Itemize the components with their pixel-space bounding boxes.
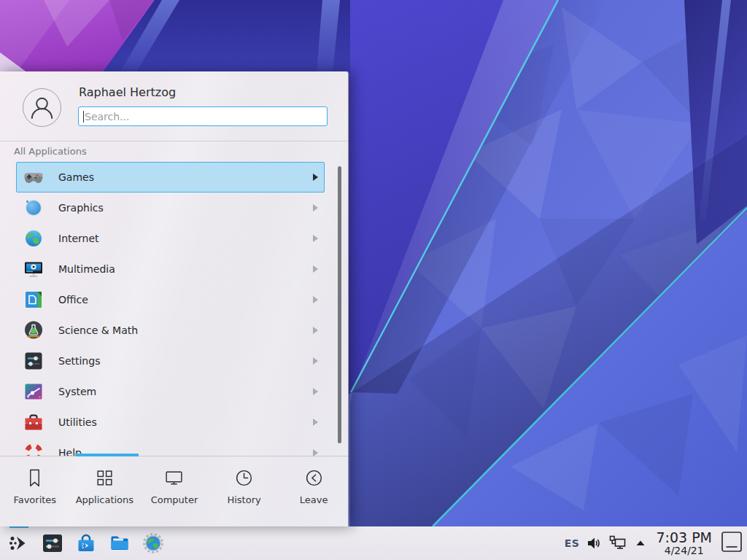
section-label: All Applications xyxy=(14,146,87,157)
footer-tab-bar: Favorites Applications xyxy=(0,456,349,526)
header-divider xyxy=(0,141,348,141)
category-row-help[interactable]: Help xyxy=(16,438,325,456)
tab-label: Favorites xyxy=(13,494,56,505)
category-label: Science & Math xyxy=(58,324,138,336)
category-row-utilities[interactable]: Utilities xyxy=(16,407,325,438)
category-row-settings[interactable]: Settings xyxy=(16,346,325,376)
category-label: Internet xyxy=(58,233,99,244)
settings-app-icon xyxy=(41,532,64,555)
toolbox-icon xyxy=(23,412,44,432)
category-row-science-math[interactable]: Science & Math xyxy=(16,315,325,346)
discover-button[interactable] xyxy=(73,531,98,556)
tab-label: History xyxy=(227,494,260,505)
category-row-office[interactable]: Office xyxy=(16,284,325,315)
category-row-graphics[interactable]: Graphics xyxy=(16,192,325,223)
submenu-arrow-icon xyxy=(313,265,318,273)
volume-icon xyxy=(586,535,602,551)
clock-time: 7:03 PM xyxy=(656,531,712,545)
submenu-arrow-icon xyxy=(313,357,318,365)
plasma-kickoff-icon xyxy=(7,532,31,555)
leave-circle-icon xyxy=(304,468,324,488)
tab-leave[interactable]: Leave xyxy=(279,456,349,526)
expand-tray-icon xyxy=(634,537,647,550)
category-label: Settings xyxy=(58,355,100,367)
globe-gear-icon xyxy=(142,532,165,555)
media-monitor-icon xyxy=(23,259,44,279)
submenu-arrow-icon xyxy=(313,327,318,334)
clock-date: 4/24/21 xyxy=(656,545,712,556)
submenu-arrow-icon xyxy=(313,235,318,242)
network-icon xyxy=(608,534,627,552)
submenu-arrow-icon xyxy=(313,204,318,211)
tab-history[interactable]: History xyxy=(209,456,279,526)
system-settings-button[interactable] xyxy=(39,531,65,556)
bookmark-icon xyxy=(25,468,44,488)
network-tray-button[interactable] xyxy=(608,534,627,552)
web-browser-button[interactable] xyxy=(140,531,166,556)
category-label: Utilities xyxy=(58,416,97,428)
submenu-arrow-icon xyxy=(313,419,318,426)
digital-clock[interactable]: 7:03 PM 4/24/21 xyxy=(656,531,712,556)
tab-label: Leave xyxy=(300,494,328,505)
flask-icon xyxy=(23,320,44,341)
taskbar: ES xyxy=(0,526,747,560)
category-row-multimedia[interactable]: Multimedia xyxy=(16,254,325,284)
category-label: Games xyxy=(58,171,94,183)
category-list: Games Graphics xyxy=(0,162,349,456)
category-row-system[interactable]: System xyxy=(16,376,325,407)
user-avatar[interactable] xyxy=(23,88,61,127)
tab-computer[interactable]: Computer xyxy=(139,456,209,526)
category-label: Office xyxy=(58,294,88,306)
submenu-arrow-icon xyxy=(313,174,318,181)
discover-bag-icon xyxy=(74,532,98,555)
clock-icon xyxy=(234,468,254,488)
category-label: System xyxy=(58,386,96,397)
tab-favorites[interactable]: Favorites xyxy=(0,456,70,526)
folder-icon xyxy=(108,532,131,555)
globe-icon xyxy=(23,228,44,249)
volume-tray-button[interactable] xyxy=(586,535,602,551)
monitor-icon xyxy=(164,468,184,488)
submenu-arrow-icon xyxy=(313,449,318,456)
scrollbar-thumb[interactable] xyxy=(338,166,341,443)
submenu-arrow-icon xyxy=(313,388,318,395)
search-placeholder: Search... xyxy=(85,111,129,122)
tab-label: Applications xyxy=(76,494,133,505)
tab-applications[interactable]: Applications xyxy=(70,456,140,526)
show-desktop-icon xyxy=(721,531,743,553)
application-launcher-menu: Raphael Hertzog Search... All Applicatio… xyxy=(0,71,349,526)
gamepad-icon xyxy=(23,167,44,187)
grid-icon xyxy=(95,468,115,488)
tab-label: Computer xyxy=(151,494,198,505)
category-label: Graphics xyxy=(58,202,104,214)
sliders-icon xyxy=(23,351,44,371)
text-cursor xyxy=(83,111,84,122)
sphere-icon xyxy=(23,198,44,218)
lifebuoy-icon xyxy=(23,443,44,456)
user-icon xyxy=(23,89,61,127)
show-desktop-button[interactable] xyxy=(721,531,743,556)
system-tray: ES xyxy=(558,531,743,556)
desktop: Raphael Hertzog Search... All Applicatio… xyxy=(0,0,747,560)
search-input[interactable]: Search... xyxy=(78,106,328,126)
system-sliders-icon xyxy=(23,381,44,402)
document-icon xyxy=(23,289,44,310)
category-row-games[interactable]: Games xyxy=(16,162,325,192)
category-row-internet[interactable]: Internet xyxy=(16,223,325,254)
user-name: Raphael Hertzog xyxy=(79,85,176,99)
expand-tray-button[interactable] xyxy=(634,537,647,550)
category-label: Multimedia xyxy=(58,263,115,275)
application-launcher-button[interactable] xyxy=(6,531,31,556)
file-manager-button[interactable] xyxy=(107,531,132,556)
submenu-arrow-icon xyxy=(313,296,318,303)
keyboard-layout-indicator[interactable]: ES xyxy=(565,537,580,549)
